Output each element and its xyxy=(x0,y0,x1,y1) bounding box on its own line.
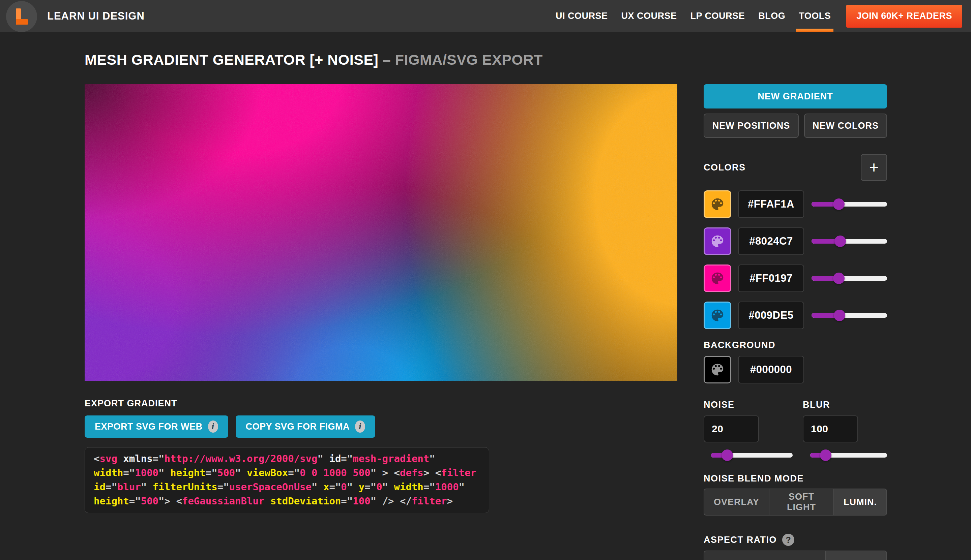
blur-value-input[interactable] xyxy=(803,415,858,442)
palette-icon xyxy=(710,362,725,377)
svg-code-block[interactable]: <svg xmlns="http://www.w3.org/2000/svg" … xyxy=(85,447,489,513)
slider-thumb[interactable] xyxy=(722,450,733,461)
export-buttons: EXPORT SVG FOR WEB i COPY SVG FOR FIGMA … xyxy=(85,415,677,438)
page-title: MESH GRADIENT GENERATOR [+ NOISE] – FIGM… xyxy=(85,52,886,68)
aspect-option-2-1[interactable]: 2:1 xyxy=(826,551,886,560)
color-row xyxy=(704,302,887,329)
top-nav: LEARN UI DESIGN UI COURSE UX COURSE LP C… xyxy=(0,0,971,32)
background-row xyxy=(704,356,887,383)
aspect-option-1-1[interactable]: 1:1 xyxy=(704,551,765,560)
nav-item-tools[interactable]: TOOLS xyxy=(799,0,831,32)
palette-icon xyxy=(710,197,725,212)
nav-links: UI COURSE UX COURSE LP COURSE BLOG TOOLS… xyxy=(556,0,962,32)
color-row xyxy=(704,227,887,255)
background-label: BACKGROUND xyxy=(704,340,887,350)
gradient-preview xyxy=(85,84,677,381)
hex-input[interactable] xyxy=(738,190,804,218)
slider-thumb[interactable] xyxy=(834,310,845,321)
blend-option-lumin-[interactable]: LUMIN. xyxy=(834,489,886,515)
copy-svg-figma-label: COPY SVG FOR FIGMA xyxy=(246,422,350,432)
plus-icon: + xyxy=(869,159,879,175)
copy-svg-figma-button[interactable]: COPY SVG FOR FIGMA i xyxy=(236,415,376,438)
noise-blend-mode-control: OVERLAYSOFT LIGHTLUMIN. xyxy=(704,488,887,515)
hex-input[interactable] xyxy=(738,302,804,329)
info-icon: i xyxy=(355,420,365,433)
slider-thumb[interactable] xyxy=(820,450,831,461)
tools-active-underline xyxy=(796,28,834,32)
info-icon: i xyxy=(208,420,218,433)
background-swatch-button[interactable] xyxy=(704,356,731,383)
palette-icon xyxy=(710,270,725,286)
new-positions-button[interactable]: NEW POSITIONS xyxy=(704,113,799,138)
palette-icon xyxy=(710,308,725,323)
join-readers-button[interactable]: JOIN 60K+ READERS xyxy=(846,5,962,28)
color-swatch-button[interactable] xyxy=(704,265,731,292)
colors-label: COLORS xyxy=(704,162,746,173)
export-svg-web-button[interactable]: EXPORT SVG FOR WEB i xyxy=(85,415,228,438)
slider-thumb[interactable] xyxy=(833,273,844,284)
nav-item-ux-course[interactable]: UX COURSE xyxy=(622,0,677,32)
brand: LEARN UI DESIGN xyxy=(0,0,145,32)
noise-value-input[interactable] xyxy=(704,415,759,442)
aspect-ratio-control: 1:13:22:1 xyxy=(704,550,887,560)
aspect-ratio-label: ASPECT RATIO xyxy=(704,535,777,545)
slider-thumb[interactable] xyxy=(833,198,844,210)
hex-input[interactable] xyxy=(738,227,804,255)
noise-overlay xyxy=(85,84,677,381)
controls-sidebar: NEW GRADIENT NEW POSITIONS NEW COLORS CO… xyxy=(704,84,887,560)
export-svg-web-label: EXPORT SVG FOR WEB xyxy=(95,422,203,432)
noise-slider[interactable] xyxy=(711,449,793,461)
blur-label: BLUR xyxy=(803,400,887,410)
color-swatch-button[interactable] xyxy=(704,302,731,329)
nav-item-blog[interactable]: BLOG xyxy=(758,0,785,32)
new-gradient-button[interactable]: NEW GRADIENT xyxy=(704,84,887,108)
logo-l-icon xyxy=(16,8,28,25)
background-hex-input[interactable] xyxy=(738,356,804,383)
slider-thumb[interactable] xyxy=(834,235,846,247)
color-influence-slider[interactable] xyxy=(812,235,887,247)
noise-blend-mode-label: NOISE BLEND MODE xyxy=(704,473,887,484)
help-icon[interactable]: ? xyxy=(782,534,794,546)
preview-column: EXPORT GRADIENT EXPORT SVG FOR WEB i COP… xyxy=(85,84,677,560)
palette-icon xyxy=(710,233,725,249)
new-colors-button[interactable]: NEW COLORS xyxy=(804,113,887,138)
color-swatch-button[interactable] xyxy=(704,227,731,255)
hex-input[interactable] xyxy=(738,265,804,292)
page-title-main: MESH GRADIENT GENERATOR [+ NOISE] xyxy=(85,52,378,68)
nav-item-lp-course[interactable]: LP COURSE xyxy=(690,0,745,32)
color-swatch-button[interactable] xyxy=(704,190,731,218)
color-influence-slider[interactable] xyxy=(812,309,887,322)
nav-item-ui-course[interactable]: UI COURSE xyxy=(556,0,608,32)
main-content: MESH GRADIENT GENERATOR [+ NOISE] – FIGM… xyxy=(85,52,886,560)
nav-item-tools-label: TOOLS xyxy=(799,11,831,21)
logo[interactable] xyxy=(6,1,37,32)
color-row xyxy=(704,190,887,218)
page-title-sub: – FIGMA/SVG EXPORT xyxy=(383,52,543,68)
color-row xyxy=(704,265,887,292)
aspect-option-3-2[interactable]: 3:2 xyxy=(765,551,826,560)
color-influence-slider[interactable] xyxy=(812,198,887,210)
color-influence-slider[interactable] xyxy=(812,272,887,284)
add-color-button[interactable]: + xyxy=(861,154,887,181)
blend-option-soft-light[interactable]: SOFT LIGHT xyxy=(769,489,834,515)
export-gradient-label: EXPORT GRADIENT xyxy=(85,398,677,409)
noise-label: NOISE xyxy=(704,400,793,410)
blur-slider[interactable] xyxy=(810,449,887,461)
brand-name: LEARN UI DESIGN xyxy=(47,10,145,22)
blend-option-overlay[interactable]: OVERLAY xyxy=(704,489,769,515)
